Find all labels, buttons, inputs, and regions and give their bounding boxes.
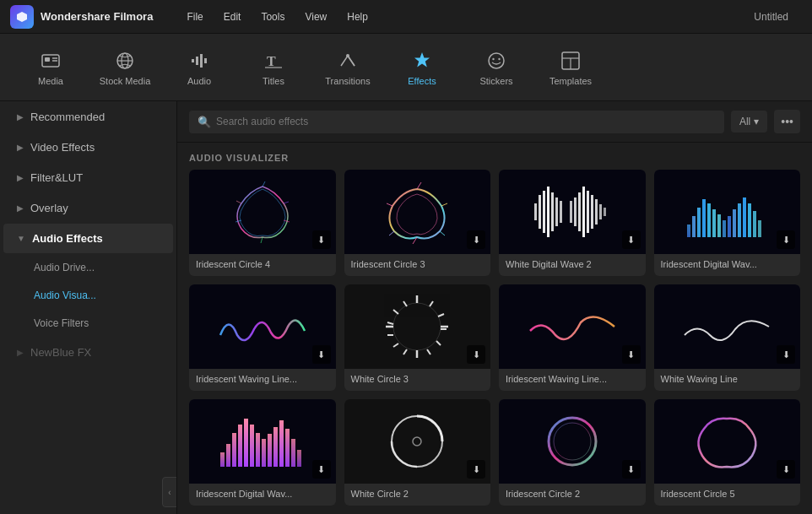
menu-edit[interactable]: Edit (215, 8, 250, 26)
media-icon (39, 49, 62, 73)
svg-point-12 (492, 57, 494, 59)
svg-line-29 (387, 203, 392, 206)
download-icon[interactable]: ⬇ (777, 230, 795, 249)
sidebar: ▶ Recommended ▶ Video Effects ▶ Filter&L… (0, 101, 177, 514)
sidebar-item-filter-lut[interactable]: ▶ Filter&LUT (3, 163, 173, 192)
sidebar-sub-voice-filters[interactable]: Voice Filters (3, 310, 173, 337)
chevron-right-icon: ▶ (17, 203, 24, 213)
card-iridescent-circle-3[interactable]: ⬇ Iridescent Circle 3 (344, 170, 491, 276)
sidebar-item-recommended[interactable]: ▶ Recommended (3, 102, 173, 132)
svg-line-72 (387, 322, 393, 324)
search-input[interactable] (216, 116, 716, 127)
app-name: Wondershare Filmora (41, 10, 153, 23)
card-white-waving-line[interactable]: ⬇ White Waving Line (654, 284, 801, 391)
card-thumb: ⬇ (344, 284, 491, 369)
more-options-button[interactable]: ••• (774, 110, 800, 133)
card-iridescent-digital-wave[interactable]: ⬇ Iridescent Digital Wav... (654, 170, 801, 276)
svg-point-17 (237, 187, 288, 237)
svg-line-18 (263, 181, 265, 187)
filter-label: All (739, 116, 750, 127)
sidebar-item-video-effects[interactable]: ▶ Video Effects (3, 133, 173, 162)
svg-rect-58 (748, 203, 751, 237)
card-white-digital-wave-2[interactable]: ⬇ White Digital Wave 2 (499, 170, 646, 276)
download-icon[interactable]: ⬇ (622, 345, 641, 364)
card-label: Iridescent Circle 3 (344, 254, 491, 276)
card-iridescent-circle-5[interactable]: ⬇ Iridescent Circle 5 (654, 399, 801, 506)
card-thumb: ⬇ (654, 170, 801, 254)
chevron-down-icon: ▾ (754, 116, 759, 127)
svg-point-96 (554, 423, 591, 460)
svg-rect-38 (574, 197, 577, 226)
toolbar-audio[interactable]: Audio (165, 39, 233, 96)
card-label: White Digital Wave 2 (499, 254, 646, 276)
menu-tools[interactable]: Tools (252, 8, 293, 26)
card-label: White Waving Line (654, 369, 801, 391)
sidebar-sub-audio-visua[interactable]: Audio Visua... (3, 282, 173, 309)
card-iridescent-circle-4[interactable]: ⬇ Iridescent Circle 4 (189, 170, 336, 276)
card-white-circle-3[interactable]: ⬇ White Circle 3 (344, 284, 491, 391)
toolbar-stock-media[interactable]: Stock Media (91, 39, 159, 96)
card-iridescent-waving-line[interactable]: ⬇ Iridescent Waving Line... (189, 284, 336, 391)
svg-line-28 (389, 231, 394, 235)
svg-point-61 (393, 303, 441, 350)
effects-grid: ⬇ Iridescent Circle 4 (177, 170, 812, 514)
svg-rect-87 (268, 434, 272, 467)
svg-line-74 (403, 301, 407, 306)
svg-rect-43 (595, 199, 598, 225)
download-icon[interactable]: ⬇ (467, 460, 485, 479)
svg-rect-91 (291, 439, 295, 467)
sidebar-collapse-button[interactable]: ‹ (162, 477, 177, 507)
filter-dropdown[interactable]: All ▾ (731, 111, 767, 133)
download-icon[interactable]: ⬇ (622, 460, 641, 479)
download-icon[interactable]: ⬇ (777, 460, 795, 479)
svg-rect-80 (226, 444, 230, 467)
sidebar-sub-audio-drive[interactable]: Audio Drive... (3, 254, 173, 281)
download-icon[interactable]: ⬇ (312, 460, 331, 479)
titles-icon: T (262, 49, 285, 73)
effects-icon (410, 49, 434, 73)
card-thumb: ⬇ (654, 399, 801, 484)
svg-rect-50 (707, 203, 711, 237)
download-icon[interactable]: ⬇ (467, 345, 485, 364)
sidebar-overlay-label: Overlay (30, 202, 68, 214)
card-iridescent-waving-line-2[interactable]: ⬇ Iridescent Waving Line... (499, 284, 646, 391)
download-icon[interactable]: ⬇ (467, 230, 485, 249)
menu-view[interactable]: View (296, 8, 335, 26)
toolbar-effects[interactable]: Effects (388, 39, 456, 96)
toolbar-effects-label: Effects (408, 76, 436, 86)
svg-point-95 (549, 418, 596, 465)
download-icon[interactable]: ⬇ (777, 345, 795, 364)
menu-file[interactable]: File (178, 8, 211, 26)
main-layout: ▶ Recommended ▶ Video Effects ▶ Filter&L… (0, 101, 812, 514)
svg-line-26 (440, 231, 445, 235)
svg-rect-85 (256, 433, 260, 467)
card-white-circle-2[interactable]: ⬇ White Circle 2 (344, 399, 491, 506)
svg-point-9 (346, 54, 349, 57)
svg-rect-86 (262, 439, 266, 467)
toolbar-stickers[interactable]: Stickers (463, 39, 530, 96)
search-input-wrap[interactable]: 🔍 (189, 111, 724, 133)
menu-help[interactable]: Help (338, 8, 376, 26)
svg-rect-46 (687, 225, 690, 237)
sidebar-video-effects-label: Video Effects (30, 141, 95, 154)
svg-line-25 (441, 203, 447, 206)
sidebar-item-audio-effects[interactable]: ▼ Audio Effects (3, 224, 173, 253)
card-iridescent-circle-2[interactable]: ⬇ Iridescent Circle 2 (499, 399, 646, 506)
sidebar-item-overlay[interactable]: ▶ Overlay (3, 193, 173, 223)
card-thumb: ⬇ (499, 170, 646, 254)
download-icon[interactable]: ⬇ (312, 230, 331, 249)
toolbar-titles[interactable]: T Titles (240, 39, 307, 96)
toolbar: Media Stock Media Audio T Titles (0, 34, 812, 101)
svg-rect-92 (297, 450, 301, 467)
card-label: White Circle 2 (344, 484, 491, 506)
card-iridescent-digital-wave-2[interactable]: ⬇ Iridescent Digital Wav... (189, 399, 336, 506)
toolbar-templates[interactable]: Templates (537, 39, 604, 96)
svg-rect-41 (587, 191, 589, 233)
download-icon[interactable]: ⬇ (622, 230, 641, 249)
svg-rect-35 (555, 197, 558, 226)
download-icon[interactable]: ⬇ (312, 345, 331, 364)
toolbar-transitions[interactable]: Transitions (314, 39, 382, 96)
toolbar-media[interactable]: Media (17, 39, 84, 96)
sidebar-newblue-fx-label: NewBlue FX (30, 346, 91, 359)
svg-rect-39 (578, 192, 581, 231)
